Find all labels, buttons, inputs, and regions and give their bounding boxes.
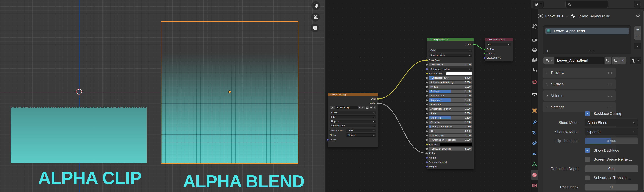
pass-index-field[interactable]: 0	[585, 184, 638, 191]
bsdf-node-header[interactable]: Principled BSDF	[427, 38, 474, 41]
panel-drag-grip[interactable]	[608, 95, 613, 96]
anisotropic-slider[interactable]: Anisotropic0.000	[429, 103, 472, 106]
search-input[interactable]	[566, 1, 608, 8]
subsurface-ior-socket[interactable]	[426, 77, 428, 79]
image-name-field[interactable]: Gradient.png	[336, 106, 358, 109]
emission-color-swatch[interactable]	[440, 143, 472, 146]
subsurface-anisotropy-socket[interactable]	[426, 82, 428, 84]
displacement-socket[interactable]	[484, 57, 486, 59]
unlink-material-button[interactable]: ×	[619, 57, 626, 64]
emission-socket[interactable]	[426, 143, 428, 145]
collapse-chevron-icon[interactable]	[330, 94, 332, 96]
collapse-chevron-icon[interactable]	[486, 39, 488, 41]
pin-icon[interactable]	[636, 13, 640, 19]
new-material-button[interactable]	[612, 57, 619, 64]
unlink-image-button[interactable]: ×	[374, 106, 376, 109]
specular-tint-slider[interactable]: Specular Tint0.000	[429, 94, 472, 97]
material-output-node[interactable]: Material Output All SurfaceVolumeDisplac…	[484, 38, 513, 61]
linear-dropdown[interactable]: Linear	[330, 111, 376, 114]
tab-tool[interactable]	[531, 21, 538, 31]
list-expand-arrow[interactable]: ▶	[547, 49, 549, 52]
image-texture-node[interactable]: Gradient.png ColorAlpha Gradient.png 3 ×	[328, 93, 378, 147]
alpha-clip-plane[interactable]	[10, 108, 147, 163]
transmission-socket[interactable]	[426, 135, 428, 137]
clearcoat-slider[interactable]: Clearcoat0.000	[429, 120, 472, 124]
subsurface-c-socket[interactable]	[426, 73, 428, 75]
emission-strength-slider[interactable]: Emission Strength1.000	[429, 147, 472, 151]
alpha-clip-label[interactable]: ALPHA CLIP	[38, 168, 141, 188]
fake-user-button[interactable]	[604, 57, 612, 64]
tab-world[interactable]	[531, 77, 538, 87]
add-slot-button[interactable]: +	[634, 26, 641, 33]
sheen-slider[interactable]: Sheen0.000	[429, 112, 472, 115]
scrollbar-thumb[interactable]	[643, 10, 644, 190]
breadcrumb-object[interactable]: Leave.001	[545, 14, 564, 18]
metallic-slider[interactable]: Metallic0.000	[429, 85, 472, 89]
ior-socket[interactable]	[426, 130, 428, 132]
clearcoat-roughness-slider[interactable]: Clearcoat Roughness0.030	[429, 125, 472, 128]
clearcoat-normal-socket[interactable]	[426, 161, 428, 163]
alpha-socket[interactable]	[426, 152, 428, 154]
base-color-socket[interactable]	[426, 59, 428, 61]
ggx-dropdown[interactable]: GGX	[429, 49, 472, 52]
scrollbar[interactable]	[642, 10, 644, 191]
fake-user-button[interactable]	[361, 106, 365, 109]
single-image-dropdown[interactable]: Single Image	[330, 124, 376, 127]
subsurface-transluc-checkbox[interactable]	[585, 175, 590, 180]
principled-bsdf-node[interactable]: Principled BSDF BSDF GGXRandom Walk Base…	[427, 38, 474, 169]
node-tree-button[interactable]	[630, 57, 641, 64]
material-name-field[interactable]: Leave_AlphaBlend	[554, 57, 604, 64]
backface-culling-checkbox[interactable]: ✓	[585, 111, 590, 116]
vector-socket[interactable]	[327, 139, 329, 141]
shadow-mode-dropdown[interactable]: Opaque	[585, 128, 638, 135]
transmission-roughness-slider[interactable]: Transmission Roughness0.000	[429, 138, 472, 142]
panel-drag-grip[interactable]	[608, 83, 613, 85]
alpha-dropdown[interactable]: Straight	[346, 133, 376, 137]
editor-type-button[interactable]	[533, 1, 544, 8]
clip-threshold-slider[interactable]: 0.500	[585, 137, 638, 144]
screen-space-refrac-checkbox[interactable]	[585, 157, 590, 162]
image-browse-button[interactable]	[330, 106, 336, 109]
surface-socket[interactable]	[484, 48, 486, 50]
slot-specials-button[interactable]	[634, 43, 641, 49]
transmission-roughness-socket[interactable]	[426, 139, 428, 141]
anisotropic-rotation-slider[interactable]: Anisotropic Rotation0.000	[429, 107, 472, 111]
output-node-header[interactable]: Material Output	[485, 38, 513, 41]
clearcoat-socket[interactable]	[426, 121, 428, 123]
new-image-button[interactable]	[365, 106, 369, 109]
tab-view-layer[interactable]	[531, 55, 538, 65]
transmission-slider[interactable]: Transmission0.000	[429, 134, 472, 137]
repeat-dropdown[interactable]: Repeat	[330, 120, 376, 123]
alpha-blend-label[interactable]: ALPHA BLEND	[183, 171, 304, 192]
panel-drag-grip[interactable]	[608, 72, 613, 74]
clearcoat-roughness-socket[interactable]	[426, 126, 428, 128]
breadcrumb-material[interactable]: Leave_AlphaBlend	[578, 14, 610, 18]
pan-hand-icon[interactable]	[312, 1, 320, 10]
subsurface-radius-socket[interactable]	[426, 68, 428, 70]
grid-view-icon[interactable]	[310, 24, 319, 32]
subsurface-anisotropy-slider[interactable]: Subsurface Anisotropy0.000	[429, 81, 472, 84]
list-resize-grip[interactable]	[589, 50, 594, 52]
anisotropic-rotation-socket[interactable]	[426, 108, 428, 110]
specular-socket[interactable]	[426, 90, 428, 92]
subsurface-c-color-swatch[interactable]	[446, 72, 472, 75]
panel-preview-header[interactable]: Preview	[543, 68, 616, 78]
refraction-depth-field[interactable]: 0 m	[585, 165, 638, 172]
anisotropic-socket[interactable]	[426, 103, 428, 106]
image-node-header[interactable]: Gradient.png	[328, 93, 378, 96]
subsurface-socket[interactable]	[426, 64, 428, 66]
color-output-socket[interactable]	[377, 98, 379, 100]
panel-surface-header[interactable]: Surface	[543, 79, 616, 89]
subsurface-ior-slider[interactable]: Subsurface IOR1.400	[429, 76, 472, 80]
tab-output[interactable]	[531, 45, 538, 55]
panel-volume-header[interactable]: Volume	[543, 91, 616, 101]
alpha-output-socket[interactable]	[377, 102, 379, 104]
sheen-tint-slider[interactable]: Sheen Tint0.500	[429, 116, 472, 120]
roughness-slider[interactable]: Roughness0.500	[429, 98, 472, 102]
material-slot-list[interactable]: Leave_AlphaBlend ▶	[543, 25, 631, 54]
sheen-socket[interactable]	[426, 112, 428, 114]
normal-socket[interactable]	[426, 157, 428, 159]
tab-render[interactable]	[531, 35, 538, 45]
random-walk-dropdown[interactable]: Random Walk	[429, 54, 472, 57]
show-backface-checkbox[interactable]: ✓	[585, 148, 590, 153]
